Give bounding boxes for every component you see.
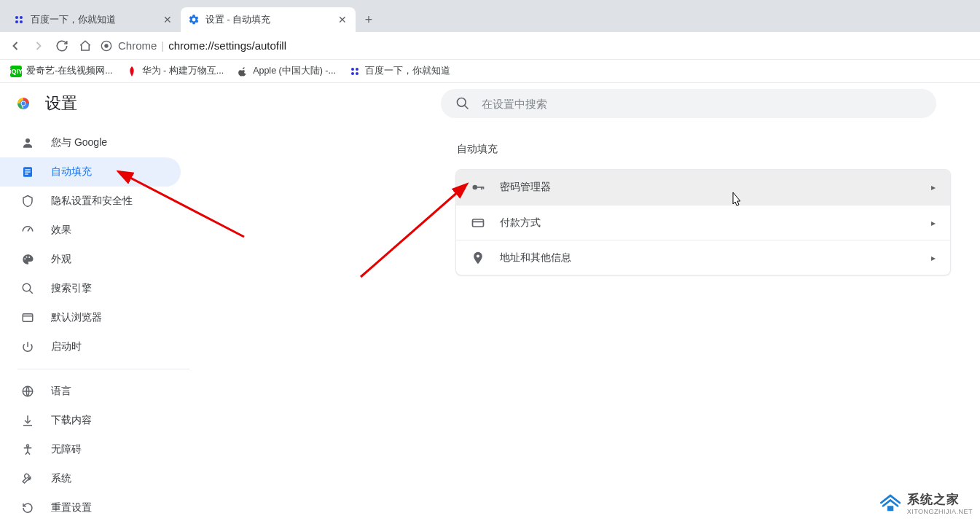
svg-rect-18 [25,171,31,173]
sidebar-item-label: 外观 [51,253,71,266]
bookmark-huawei[interactable]: 华为 - 构建万物互... [126,65,224,77]
settings-sidebar: 您与 Google 自动填充 隐私设置和安全性 效果 外观 搜索引擎 默认浏览器 [0,124,189,521]
card-row-passwords[interactable]: 密码管理器 ▸ [456,170,950,205]
sidebar-item-label: 默认浏览器 [51,311,102,324]
main-layout: 您与 Google 自动填充 隐私设置和安全性 效果 外观 搜索引擎 默认浏览器 [0,124,980,521]
card-row-label: 密码管理器 [500,181,551,194]
svg-point-15 [26,138,30,143]
globe-icon [20,384,35,399]
location-icon [471,251,485,265]
sidebar-item-autofill[interactable]: 自动填充 [0,157,181,187]
sidebar-item-system[interactable]: 系统 [0,464,181,493]
svg-point-0 [15,16,18,19]
sidebar-item-reset[interactable]: 重置设置 [0,493,181,521]
tab-baidu[interactable]: 百度一下，你就知道 ✕ [6,7,181,32]
iqiyi-icon: iQIY [10,66,22,77]
new-tab-button[interactable]: + [358,9,379,30]
sidebar-item-default-browser[interactable]: 默认浏览器 [0,303,181,332]
bookmark-iqiyi[interactable]: iQIY 爱奇艺-在线视频网... [10,65,113,77]
svg-point-7 [356,68,358,71]
sidebar-item-accessibility[interactable]: 无障碍 [0,435,181,464]
svg-point-3 [20,20,23,23]
sidebar-item-appearance[interactable]: 外观 [0,245,181,274]
home-button[interactable] [77,38,93,54]
back-button[interactable] [7,38,23,54]
sidebar-item-you-and-google[interactable]: 您与 Google [0,128,181,157]
sidebar-item-label: 语言 [51,385,71,398]
sidebar-separator [17,369,189,369]
sidebar-item-label: 启动时 [51,340,82,353]
section-title: 自动填充 [457,143,980,156]
svg-point-26 [27,444,29,447]
close-icon[interactable]: ✕ [162,14,173,26]
huawei-icon [126,66,138,77]
card-row-addresses[interactable]: 地址和其他信息 ▸ [456,240,950,275]
svg-point-2 [15,20,18,23]
svg-point-20 [24,258,26,259]
sidebar-item-on-startup[interactable]: 启动时 [0,332,181,361]
power-icon [20,340,35,354]
credit-card-icon [471,216,485,230]
person-icon [20,136,35,150]
svg-rect-34 [887,506,893,511]
settings-header: 设置 [0,83,980,124]
tab-strip: 百度一下，你就知道 ✕ 设置 - 自动填充 ✕ + [0,0,980,32]
svg-rect-28 [477,187,483,188]
tab-title: 百度一下，你就知道 [31,14,162,26]
sidebar-item-label: 重置设置 [51,501,92,514]
sidebar-item-label: 您与 Google [51,136,107,149]
svg-point-5 [104,44,108,47]
baidu-favicon [13,14,25,26]
card-row-payments[interactable]: 付款方式 ▸ [456,205,950,240]
sidebar-item-label: 自动填充 [51,165,92,179]
bookmark-label: Apple (中国大陆) -... [253,65,336,77]
shield-icon [20,194,35,208]
svg-point-8 [351,72,354,75]
omnibox-prefix: Chrome [118,39,157,52]
bookmark-label: 爱奇艺-在线视频网... [26,65,113,77]
reset-icon [20,501,35,515]
bookmark-apple[interactable]: Apple (中国大陆) -... [237,65,336,77]
bookmark-label: 华为 - 构建万物互... [142,65,224,77]
svg-point-6 [351,68,354,71]
omnibox-divider: | [161,39,164,52]
watermark: 系统之家 XITONGZHIJIA.NET [878,490,973,515]
card-row-label: 付款方式 [500,216,541,230]
autofill-card: 密码管理器 ▸ 付款方式 ▸ 地址和其他信息 ▸ [455,169,951,275]
search-input[interactable] [482,98,922,110]
browser-icon [20,310,35,325]
svg-point-22 [28,256,30,258]
sidebar-item-label: 下载内容 [51,414,92,427]
accessibility-icon [20,442,35,457]
card-row-label: 地址和其他信息 [500,251,571,265]
svg-point-13 [22,102,26,106]
bookmark-baidu[interactable]: 百度一下，你就知道 [349,65,450,77]
watermark-icon [878,490,903,515]
svg-point-21 [26,256,28,258]
bookmark-label: 百度一下，你就知道 [365,65,450,77]
wrench-icon [20,471,35,486]
chevron-right-icon: ▸ [931,253,936,263]
watermark-title: 系统之家 [907,491,973,508]
sidebar-item-search-engine[interactable]: 搜索引擎 [0,274,181,303]
bookmarks-bar: iQIY 爱奇艺-在线视频网... 华为 - 构建万物互... Apple (中… [0,60,980,83]
chrome-page-icon [101,40,112,52]
sidebar-item-performance[interactable]: 效果 [0,216,181,245]
settings-search[interactable] [441,89,936,118]
close-icon[interactable]: ✕ [337,14,348,26]
sidebar-item-languages[interactable]: 语言 [0,377,181,406]
page-title: 设置 [45,93,77,114]
browser-toolbar: Chrome | chrome://settings/autofill [0,32,980,60]
address-bar[interactable]: Chrome | chrome://settings/autofill [101,39,973,52]
sidebar-item-label: 隐私设置和安全性 [51,195,133,208]
autofill-icon [20,165,35,179]
tab-settings[interactable]: 设置 - 自动填充 ✕ [181,7,356,32]
forward-button[interactable] [31,38,47,54]
svg-rect-31 [473,219,484,227]
settings-content: 自动填充 密码管理器 ▸ 付款方式 ▸ 地址和其他信息 ▸ [189,124,980,521]
sidebar-item-downloads[interactable]: 下载内容 [0,406,181,435]
reload-button[interactable] [54,38,70,54]
gear-favicon [188,14,200,26]
svg-rect-30 [483,187,485,189]
sidebar-item-privacy[interactable]: 隐私设置和安全性 [0,187,181,216]
